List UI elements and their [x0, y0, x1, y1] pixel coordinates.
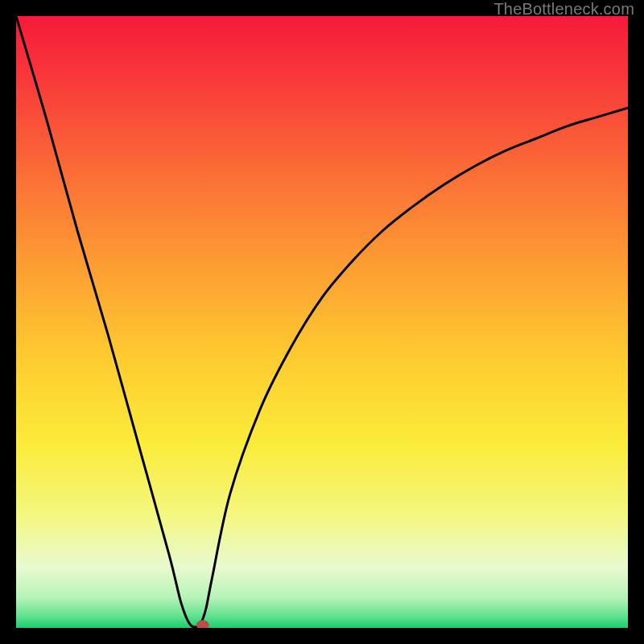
- chart-container: [16, 16, 628, 628]
- bottleneck-chart: [16, 16, 628, 628]
- chart-background: [16, 16, 628, 628]
- watermark-text: TheBottleneck.com: [493, 0, 634, 19]
